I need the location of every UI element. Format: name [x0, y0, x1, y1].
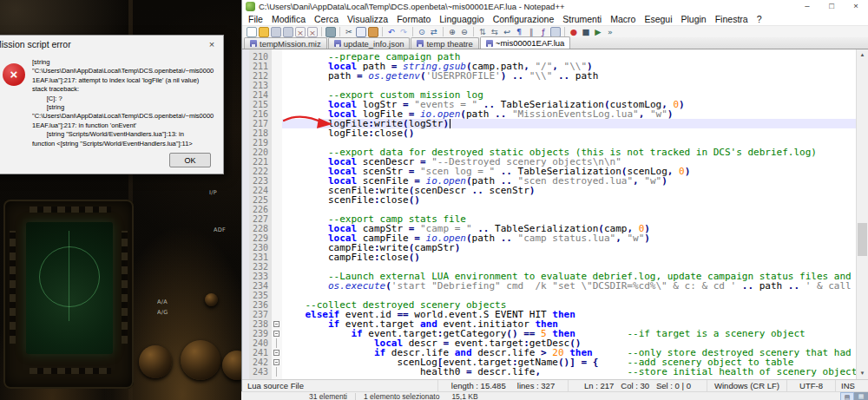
code-line-224[interactable]: 224 scenFile:write(scenDescr .. scenStr)	[242, 186, 856, 195]
code-line-237[interactable]: 237 elseif event.id == world.event.S_EVE…	[242, 310, 856, 319]
save-all-icon[interactable]	[283, 27, 293, 37]
cut-icon[interactable]: ✂	[344, 27, 354, 37]
bookmark-margin[interactable]	[242, 90, 249, 100]
bookmark-margin[interactable]	[242, 52, 249, 62]
bookmark-margin[interactable]	[242, 186, 249, 195]
tab-update_info.json[interactable]: update_info.json	[328, 37, 411, 49]
code-text[interactable]: campFile:close()	[282, 252, 856, 262]
sync-scroll-h-icon[interactable]: ⇆	[490, 27, 500, 37]
new-file-icon[interactable]	[247, 27, 257, 37]
fold-margin[interactable]	[272, 329, 282, 338]
code-line-222[interactable]: 222 local scenStr = "scen_log = " .. Tab…	[242, 167, 856, 176]
code-line-241[interactable]: 241 if descr.life and descr.life > 20 th…	[242, 348, 856, 357]
bookmark-margin[interactable]	[242, 157, 249, 167]
code-text[interactable]: local scenFile = io.open(path .. "scen_d…	[282, 176, 856, 186]
zoom-out-icon[interactable]: ⊖	[459, 27, 470, 37]
menu-modifica[interactable]: Modifica	[267, 13, 310, 25]
bookmark-margin[interactable]	[242, 367, 249, 377]
fold-margin[interactable]	[272, 252, 282, 262]
copy-icon[interactable]	[356, 27, 366, 37]
vertical-scrollbar[interactable]: ▲ ▼	[856, 49, 868, 379]
fold-margin[interactable]	[272, 224, 282, 233]
code-line-220[interactable]: 220 --export data for destroyed static o…	[242, 148, 856, 157]
code-text[interactable]: local descr = event.target:getDesc()	[282, 338, 856, 348]
fold-margin[interactable]	[272, 81, 282, 90]
status-eol-format[interactable]: Windows (CR LF)	[707, 380, 787, 391]
code-text[interactable]: if event.target and event.initiator then	[282, 319, 856, 329]
code-line-227[interactable]: 227 --export camp stats file	[242, 214, 856, 224]
fold-collapse-icon[interactable]	[273, 331, 279, 337]
fold-margin[interactable]	[272, 119, 282, 128]
fold-margin[interactable]	[272, 195, 282, 205]
stop-macro-icon[interactable]: ■	[581, 27, 591, 37]
fold-margin[interactable]	[272, 62, 282, 71]
fold-margin[interactable]	[272, 272, 282, 281]
code-text[interactable]: local campStr = "camp = " .. TableSerial…	[282, 224, 856, 233]
code-text[interactable]: health0 = descr.life, --store initial he…	[282, 367, 856, 377]
run-macro-multiple-icon[interactable]: »	[605, 27, 615, 37]
list-view-icon[interactable]: ▤	[840, 392, 854, 400]
fold-margin[interactable]	[272, 167, 282, 176]
bookmark-margin[interactable]	[242, 109, 249, 119]
code-line-242[interactable]: 242 scenLog[event.target:getName()] = { …	[242, 357, 856, 367]
bookmark-margin[interactable]	[242, 262, 249, 272]
code-line-211[interactable]: 211 local path = string.gsub(camp.path, …	[242, 62, 856, 71]
code-text[interactable]: if event.target:getCategory() == 5 then …	[282, 329, 856, 338]
undo-icon[interactable]: ↶	[386, 27, 397, 37]
fold-collapse-icon[interactable]	[273, 359, 279, 365]
bookmark-margin[interactable]	[242, 310, 249, 319]
redo-icon[interactable]: ↷	[398, 27, 409, 37]
fold-margin[interactable]	[272, 109, 282, 119]
close-all-icon[interactable]: ×	[307, 27, 318, 37]
bookmark-margin[interactable]	[242, 81, 249, 90]
code-text[interactable]: --prepare campaign path	[282, 52, 856, 62]
code-text[interactable]: local scenStr = "scen_log = " .. TableSe…	[282, 167, 856, 176]
bookmark-margin[interactable]	[242, 300, 249, 310]
code-text[interactable]: scenFile:close()	[282, 195, 856, 205]
code-line-232[interactable]: 232	[242, 262, 856, 272]
bookmark-margin[interactable]	[242, 148, 249, 157]
bookmark-margin[interactable]	[242, 214, 249, 224]
fold-margin[interactable]	[272, 357, 282, 367]
code-line-215[interactable]: 215 local logStr = "events = " .. TableS…	[242, 100, 856, 109]
editor-area[interactable]: 210 --prepare campaign path211 local pat…	[242, 49, 868, 379]
code-text[interactable]: logFile:write(logStr)	[282, 119, 856, 128]
doc-map-icon[interactable]	[550, 27, 561, 37]
fold-margin[interactable]	[272, 338, 282, 348]
menu-visualizza[interactable]: Visualizza	[343, 13, 392, 25]
menu-plugin[interactable]: Plugin	[677, 13, 711, 25]
fold-margin[interactable]	[272, 319, 282, 329]
code-line-225[interactable]: 225 scenFile:close()	[242, 195, 856, 205]
replace-icon[interactable]: ⇄	[429, 27, 439, 37]
record-macro-icon[interactable]: ●	[569, 27, 579, 37]
code-text[interactable]: local path = string.gsub(camp.path, "/",…	[282, 62, 856, 71]
code-text[interactable]	[282, 138, 856, 148]
dialog-ok-button[interactable]: OK	[169, 153, 211, 167]
code-text[interactable]: --export camp stats file	[282, 214, 856, 224]
code-line-239[interactable]: 239 if event.target:getCategory() == 5 t…	[242, 329, 856, 338]
tab-temp theatre[interactable]: temp theatre	[411, 37, 478, 49]
fold-margin[interactable]	[272, 300, 282, 310]
bookmark-margin[interactable]	[242, 176, 249, 186]
fold-margin[interactable]	[272, 233, 282, 243]
status-encoding[interactable]: UTF-8	[787, 380, 836, 391]
bookmark-margin[interactable]	[242, 205, 249, 214]
code-text[interactable]: if descr.life and descr.life > 20 then -…	[282, 348, 856, 357]
code-text[interactable]: --collect destroyed scenery objects	[282, 300, 856, 310]
code-text[interactable]: logFile:close()	[282, 128, 856, 138]
word-wrap-icon[interactable]: ↩	[502, 27, 512, 37]
code-text[interactable]: local logStr = "events = " .. TableSeria…	[282, 100, 856, 109]
code-line-219[interactable]: 219	[242, 138, 856, 148]
code-line-235[interactable]: 235	[242, 291, 856, 300]
zoom-in-icon[interactable]: ⊕	[447, 27, 457, 37]
code-text[interactable]: local campFile = io.open(path .. "camp_s…	[282, 233, 856, 243]
bookmark-margin[interactable]	[242, 281, 249, 291]
fold-collapse-icon[interactable]	[273, 350, 279, 356]
code-text[interactable]: scenLog[event.target:getName()] = { --ad…	[282, 357, 856, 367]
code-line-216[interactable]: 216 local logFile = io.open(path .. "Mis…	[242, 109, 856, 119]
code-line-229[interactable]: 229 local campFile = io.open(path .. "ca…	[242, 233, 856, 243]
bookmark-margin[interactable]	[242, 291, 249, 300]
thumbnail-view-icon[interactable]: ▦	[854, 392, 868, 400]
code-line-226[interactable]: 226	[242, 205, 856, 214]
menu-help[interactable]: ?	[753, 13, 766, 25]
